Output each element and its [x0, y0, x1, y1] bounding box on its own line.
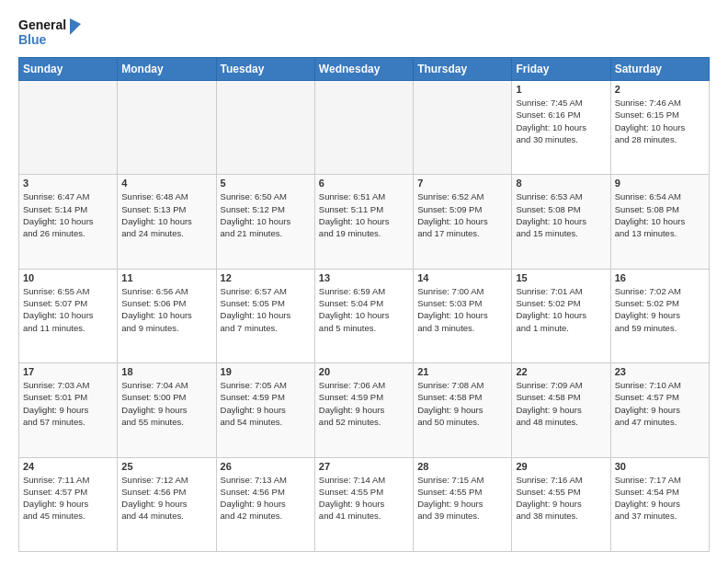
- day-number: 28: [417, 461, 507, 472]
- calendar-week-row: 3Sunrise: 6:47 AM Sunset: 5:14 PM Daylig…: [19, 175, 710, 269]
- day-number: 12: [221, 272, 311, 283]
- calendar-cell: 17Sunrise: 7:03 AM Sunset: 5:01 PM Dayli…: [19, 363, 118, 457]
- day-info: Sunrise: 7:08 AM Sunset: 4:58 PM Dayligh…: [417, 379, 507, 428]
- calendar-cell: 6Sunrise: 6:51 AM Sunset: 5:11 PM Daylig…: [314, 175, 413, 269]
- day-info: Sunrise: 6:54 AM Sunset: 5:08 PM Dayligh…: [615, 190, 705, 239]
- day-number: 1: [516, 84, 606, 95]
- day-number: 13: [319, 272, 409, 283]
- logo: GeneralBlue: [18, 15, 83, 52]
- calendar-cell: 1Sunrise: 7:45 AM Sunset: 6:16 PM Daylig…: [512, 81, 610, 175]
- calendar-cell: 25Sunrise: 7:12 AM Sunset: 4:56 PM Dayli…: [118, 457, 216, 551]
- calendar-table: SundayMondayTuesdayWednesdayThursdayFrid…: [18, 57, 710, 552]
- day-info: Sunrise: 7:12 AM Sunset: 4:56 PM Dayligh…: [121, 474, 211, 523]
- svg-text:General: General: [18, 17, 66, 32]
- day-info: Sunrise: 7:02 AM Sunset: 5:02 PM Dayligh…: [615, 285, 705, 334]
- calendar-cell: 12Sunrise: 6:57 AM Sunset: 5:05 PM Dayli…: [216, 269, 314, 362]
- weekday-header: Monday: [118, 58, 216, 81]
- calendar-cell: 9Sunrise: 6:54 AM Sunset: 5:08 PM Daylig…: [610, 175, 709, 269]
- calendar-cell: 2Sunrise: 7:46 AM Sunset: 6:15 PM Daylig…: [610, 81, 709, 175]
- weekday-header: Wednesday: [314, 58, 413, 81]
- day-info: Sunrise: 7:45 AM Sunset: 6:16 PM Dayligh…: [516, 97, 606, 145]
- header: GeneralBlue: [18, 15, 710, 52]
- calendar-cell: [118, 81, 216, 175]
- weekday-header: Saturday: [610, 58, 709, 81]
- calendar-cell: 21Sunrise: 7:08 AM Sunset: 4:58 PM Dayli…: [414, 363, 512, 457]
- calendar-cell: 3Sunrise: 6:47 AM Sunset: 5:14 PM Daylig…: [19, 175, 118, 269]
- day-info: Sunrise: 7:46 AM Sunset: 6:15 PM Dayligh…: [615, 97, 705, 145]
- calendar-cell: 11Sunrise: 6:56 AM Sunset: 5:06 PM Dayli…: [118, 269, 216, 362]
- day-number: 4: [121, 178, 211, 189]
- day-number: 6: [319, 178, 409, 189]
- calendar-cell: 15Sunrise: 7:01 AM Sunset: 5:02 PM Dayli…: [512, 269, 610, 362]
- calendar-cell: 30Sunrise: 7:17 AM Sunset: 4:54 PM Dayli…: [610, 457, 709, 551]
- day-info: Sunrise: 7:06 AM Sunset: 4:59 PM Dayligh…: [319, 379, 409, 428]
- day-number: 27: [319, 461, 409, 472]
- calendar-cell: 5Sunrise: 6:50 AM Sunset: 5:12 PM Daylig…: [216, 175, 314, 269]
- day-number: 22: [516, 366, 606, 377]
- page: GeneralBlue SundayMondayTuesdayWednesday…: [0, 0, 728, 563]
- day-number: 14: [417, 272, 507, 283]
- calendar-week-row: 17Sunrise: 7:03 AM Sunset: 5:01 PM Dayli…: [19, 363, 710, 457]
- logo-svg: GeneralBlue: [18, 15, 83, 52]
- calendar-cell: 19Sunrise: 7:05 AM Sunset: 4:59 PM Dayli…: [216, 363, 314, 457]
- calendar-cell: 14Sunrise: 7:00 AM Sunset: 5:03 PM Dayli…: [414, 269, 512, 362]
- weekday-header: Sunday: [19, 58, 118, 81]
- calendar-week-row: 10Sunrise: 6:55 AM Sunset: 5:07 PM Dayli…: [19, 269, 710, 362]
- calendar-cell: [314, 81, 413, 175]
- svg-text:Blue: Blue: [18, 32, 47, 47]
- day-info: Sunrise: 7:01 AM Sunset: 5:02 PM Dayligh…: [516, 285, 606, 334]
- calendar-cell: 8Sunrise: 6:53 AM Sunset: 5:08 PM Daylig…: [512, 175, 610, 269]
- day-number: 11: [121, 272, 211, 283]
- day-info: Sunrise: 6:53 AM Sunset: 5:08 PM Dayligh…: [516, 190, 606, 239]
- day-info: Sunrise: 7:13 AM Sunset: 4:56 PM Dayligh…: [221, 474, 311, 523]
- day-number: 29: [516, 461, 606, 472]
- calendar-header-row: SundayMondayTuesdayWednesdayThursdayFrid…: [19, 58, 710, 81]
- weekday-header: Tuesday: [216, 58, 314, 81]
- day-number: 24: [23, 461, 113, 472]
- calendar-cell: 20Sunrise: 7:06 AM Sunset: 4:59 PM Dayli…: [314, 363, 413, 457]
- day-info: Sunrise: 6:57 AM Sunset: 5:05 PM Dayligh…: [221, 285, 311, 334]
- calendar-cell: 26Sunrise: 7:13 AM Sunset: 4:56 PM Dayli…: [216, 457, 314, 551]
- day-info: Sunrise: 7:17 AM Sunset: 4:54 PM Dayligh…: [615, 474, 705, 523]
- day-number: 8: [516, 178, 606, 189]
- calendar-cell: 18Sunrise: 7:04 AM Sunset: 5:00 PM Dayli…: [118, 363, 216, 457]
- day-number: 5: [221, 178, 311, 189]
- day-number: 18: [121, 366, 211, 377]
- calendar-cell: 24Sunrise: 7:11 AM Sunset: 4:57 PM Dayli…: [19, 457, 118, 551]
- day-number: 21: [417, 366, 507, 377]
- calendar-cell: [414, 81, 512, 175]
- calendar-cell: 27Sunrise: 7:14 AM Sunset: 4:55 PM Dayli…: [314, 457, 413, 551]
- weekday-header: Thursday: [414, 58, 512, 81]
- day-number: 20: [319, 366, 409, 377]
- calendar-cell: 16Sunrise: 7:02 AM Sunset: 5:02 PM Dayli…: [610, 269, 709, 362]
- day-number: 3: [23, 178, 113, 189]
- calendar-cell: 23Sunrise: 7:10 AM Sunset: 4:57 PM Dayli…: [610, 363, 709, 457]
- day-info: Sunrise: 6:47 AM Sunset: 5:14 PM Dayligh…: [23, 190, 113, 239]
- calendar-cell: 28Sunrise: 7:15 AM Sunset: 4:55 PM Dayli…: [414, 457, 512, 551]
- day-info: Sunrise: 7:16 AM Sunset: 4:55 PM Dayligh…: [516, 474, 606, 523]
- day-number: 16: [615, 272, 705, 283]
- day-info: Sunrise: 6:48 AM Sunset: 5:13 PM Dayligh…: [121, 190, 211, 239]
- calendar-cell: 7Sunrise: 6:52 AM Sunset: 5:09 PM Daylig…: [414, 175, 512, 269]
- day-number: 7: [417, 178, 507, 189]
- day-info: Sunrise: 7:09 AM Sunset: 4:58 PM Dayligh…: [516, 379, 606, 428]
- day-number: 23: [615, 366, 705, 377]
- day-info: Sunrise: 7:15 AM Sunset: 4:55 PM Dayligh…: [417, 474, 507, 523]
- day-info: Sunrise: 6:56 AM Sunset: 5:06 PM Dayligh…: [121, 285, 211, 334]
- day-info: Sunrise: 6:52 AM Sunset: 5:09 PM Dayligh…: [417, 190, 507, 239]
- day-number: 19: [221, 366, 311, 377]
- day-number: 10: [23, 272, 113, 283]
- weekday-header: Friday: [512, 58, 610, 81]
- calendar-cell: [19, 81, 118, 175]
- day-info: Sunrise: 6:50 AM Sunset: 5:12 PM Dayligh…: [221, 190, 311, 239]
- day-info: Sunrise: 7:10 AM Sunset: 4:57 PM Dayligh…: [615, 379, 705, 428]
- day-info: Sunrise: 7:00 AM Sunset: 5:03 PM Dayligh…: [417, 285, 507, 334]
- calendar-cell: 29Sunrise: 7:16 AM Sunset: 4:55 PM Dayli…: [512, 457, 610, 551]
- calendar-cell: 13Sunrise: 6:59 AM Sunset: 5:04 PM Dayli…: [314, 269, 413, 362]
- calendar-cell: 22Sunrise: 7:09 AM Sunset: 4:58 PM Dayli…: [512, 363, 610, 457]
- calendar-week-row: 1Sunrise: 7:45 AM Sunset: 6:16 PM Daylig…: [19, 81, 710, 175]
- day-info: Sunrise: 6:51 AM Sunset: 5:11 PM Dayligh…: [319, 190, 409, 239]
- calendar-cell: 4Sunrise: 6:48 AM Sunset: 5:13 PM Daylig…: [118, 175, 216, 269]
- day-info: Sunrise: 6:59 AM Sunset: 5:04 PM Dayligh…: [319, 285, 409, 334]
- day-info: Sunrise: 7:14 AM Sunset: 4:55 PM Dayligh…: [319, 474, 409, 523]
